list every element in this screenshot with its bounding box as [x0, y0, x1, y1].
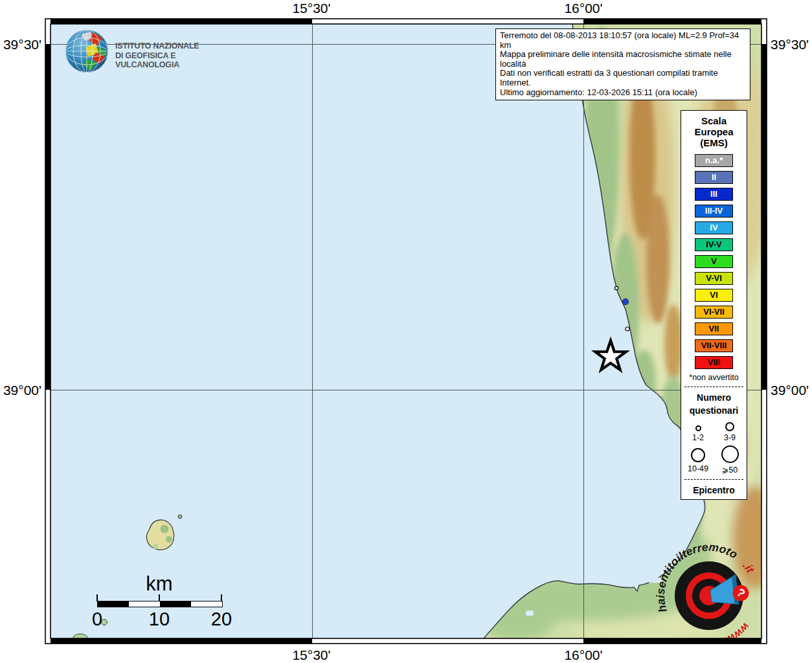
- size-circle-icon: [695, 425, 701, 431]
- event-info-box: Terremoto del 08-08-2013 18:10:57 (ora l…: [495, 28, 750, 100]
- ems-class-v: V: [695, 255, 733, 268]
- questionnaire-sizes-row-1: 1-2 3-9: [681, 420, 747, 442]
- questionnaire-title-line: questionari: [681, 404, 747, 417]
- legend-title: Scala Europea (EMS): [681, 115, 747, 148]
- epicenter-legend-title: Epicentro Strumentale: [681, 484, 747, 500]
- size-class-2: 3-9: [715, 420, 745, 442]
- scale-bar-segments: [97, 601, 223, 607]
- event-info-line-3: Dati non verificati estratti da 3 questi…: [500, 69, 746, 87]
- locality-dot-small-1: [615, 286, 618, 289]
- legend-title-line: Europea: [681, 126, 747, 137]
- legend-title-line: Scala: [681, 115, 747, 126]
- size-circle-icon: [725, 422, 734, 431]
- macroseismic-map-page: ? haisentitoilterremoto .it www.: [0, 0, 812, 663]
- ems-class-iii-iv: III-IV: [695, 205, 733, 218]
- epicenter-title-line: Strumentale: [681, 497, 747, 500]
- ems-class-na: n.a.*: [695, 154, 733, 167]
- size-class-3: 10-49: [683, 445, 713, 475]
- scale-segment: [98, 601, 129, 607]
- islet-strombolicchio: [178, 515, 182, 519]
- tick-bottom-right: 16°00': [551, 647, 616, 663]
- size-label: 3-9: [724, 433, 736, 442]
- tick-left-upper: 39°30': [0, 37, 41, 52]
- legend-panel: Scala Europea (EMS) n.a.* II III III-IV …: [681, 110, 747, 500]
- questionnaire-title-line: Numero: [681, 391, 747, 404]
- ems-class-vi-vii: VI-VII: [695, 306, 733, 319]
- scale-number-0: 0: [84, 609, 110, 630]
- ingv-logo-text: ISTITUTO NAZIONALE DI GEOFISICA E VULCAN…: [115, 41, 233, 70]
- questionnaire-sizes-row-2: 10-49 ⩾50: [681, 445, 747, 475]
- size-label: 1-2: [692, 433, 704, 442]
- tick-left-lower: 39°00': [0, 383, 41, 398]
- ems-class-vi: VI: [695, 289, 733, 302]
- event-info-line-4: Ultimo aggiornamento: 12-03-2026 15:11 (…: [500, 88, 746, 98]
- legend-divider: [684, 479, 743, 480]
- size-circle-icon: [721, 445, 739, 463]
- questionnaire-title: Numero questionari: [681, 391, 747, 417]
- scale-bar-unit: km: [127, 572, 192, 596]
- ems-class-iv: IV: [695, 221, 733, 234]
- epicenter-title-line: Epicentro: [681, 484, 747, 497]
- ems-class-list: n.a.* II III III-IV IV IV-V V V-VI VI VI…: [681, 154, 747, 369]
- event-info-line-2: Mappa preliminare delle intensità macros…: [500, 50, 746, 69]
- ingv-text-line-1: ISTITUTO NAZIONALE: [115, 41, 233, 51]
- scale-number-10: 10: [146, 609, 172, 630]
- tick-right-upper: 39°30': [771, 37, 812, 52]
- scale-segment: [191, 601, 222, 607]
- locality-dot-small-2: [626, 327, 629, 331]
- ingv-text-line-2: DI GEOFISICA E VULCANOLOGIA: [115, 51, 233, 70]
- scale-number-20: 20: [209, 609, 234, 630]
- scale-segment: [160, 601, 191, 607]
- ems-class-vii-viii: VII-VIII: [695, 339, 733, 352]
- size-class-4: ⩾50: [715, 445, 745, 475]
- legend-footnote: *non avvertito: [681, 373, 747, 382]
- legend-title-line: (EMS): [681, 137, 747, 148]
- legend-divider: [684, 387, 743, 387]
- ems-class-viii: VIII: [695, 356, 733, 369]
- tick-right-lower: 39°00': [771, 383, 812, 398]
- size-circle-icon: [691, 448, 705, 462]
- scale-segment: [129, 601, 160, 607]
- tick-bottom-left: 15°30': [279, 647, 344, 663]
- ingv-logo: ISTITUTO NAZIONALE DI GEOFISICA E VULCAN…: [65, 29, 233, 74]
- ems-class-v-vi: V-VI: [695, 272, 733, 285]
- ems-class-iv-v: IV-V: [695, 238, 733, 251]
- size-class-1: 1-2: [683, 420, 713, 442]
- locality-dot-intensity: [622, 298, 628, 304]
- ems-class-iii: III: [695, 188, 733, 201]
- tick-top-left: 15°30': [279, 1, 344, 16]
- size-label: ⩾50: [722, 465, 738, 475]
- size-label: 10-49: [688, 464, 708, 473]
- ems-class-vii: VII: [695, 322, 733, 335]
- ingv-globe-icon: [65, 29, 109, 73]
- ems-class-ii: II: [695, 171, 733, 184]
- tick-top-right: 16°00': [551, 1, 616, 16]
- event-info-line-1: Terremoto del 08-08-2013 18:10:57 (ora l…: [500, 31, 746, 50]
